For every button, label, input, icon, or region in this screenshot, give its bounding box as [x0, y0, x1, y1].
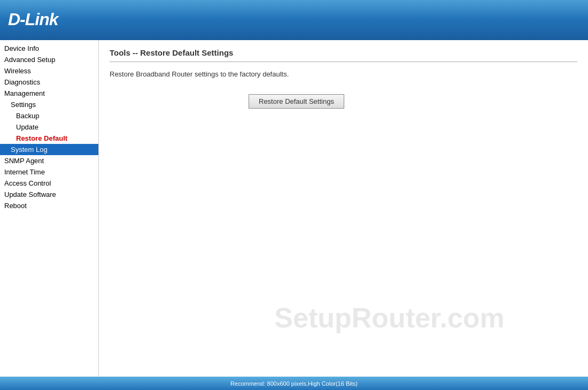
- sidebar-item-restore-default[interactable]: Restore Default: [0, 133, 98, 144]
- sidebar-item-advanced-setup[interactable]: Advanced Setup: [0, 54, 98, 65]
- sidebar-item-backup[interactable]: Backup: [0, 110, 98, 121]
- sidebar-item-update-software[interactable]: Update Software: [0, 189, 98, 200]
- sidebar-item-diagnostics[interactable]: Diagnostics: [0, 77, 98, 88]
- watermark: SetupRouter.com: [274, 302, 505, 334]
- sidebar-item-settings[interactable]: Settings: [0, 99, 98, 110]
- sidebar-item-management[interactable]: Management: [0, 88, 98, 99]
- sidebar-item-wireless[interactable]: Wireless: [0, 65, 98, 77]
- footer: Recommend: 800x600 pixels,High Color(16 …: [0, 377, 588, 390]
- sidebar-item-snmp-agent[interactable]: SNMP Agent: [0, 155, 98, 166]
- page-description: Restore Broadband Router settings to the…: [110, 70, 577, 78]
- dlink-logo: D-Link: [8, 10, 58, 29]
- page-title: Tools -- Restore Default Settings: [110, 48, 577, 62]
- sidebar-item-system-log[interactable]: System Log: [0, 144, 98, 155]
- header: D-Link: [0, 0, 588, 40]
- sidebar-item-reboot[interactable]: Reboot: [0, 200, 98, 211]
- sidebar: Device Info Advanced Setup Wireless Diag…: [0, 40, 99, 377]
- main-layout: Device Info Advanced Setup Wireless Diag…: [0, 40, 588, 377]
- footer-text: Recommend: 800x600 pixels,High Color(16 …: [230, 380, 358, 387]
- sidebar-item-internet-time[interactable]: Internet Time: [0, 166, 98, 178]
- sidebar-item-device-info[interactable]: Device Info: [0, 43, 98, 54]
- content-area: Tools -- Restore Default Settings Restor…: [99, 40, 588, 377]
- sidebar-item-access-control[interactable]: Access Control: [0, 178, 98, 189]
- sidebar-item-update[interactable]: Update: [0, 121, 98, 133]
- restore-default-button[interactable]: Restore Default Settings: [249, 94, 344, 109]
